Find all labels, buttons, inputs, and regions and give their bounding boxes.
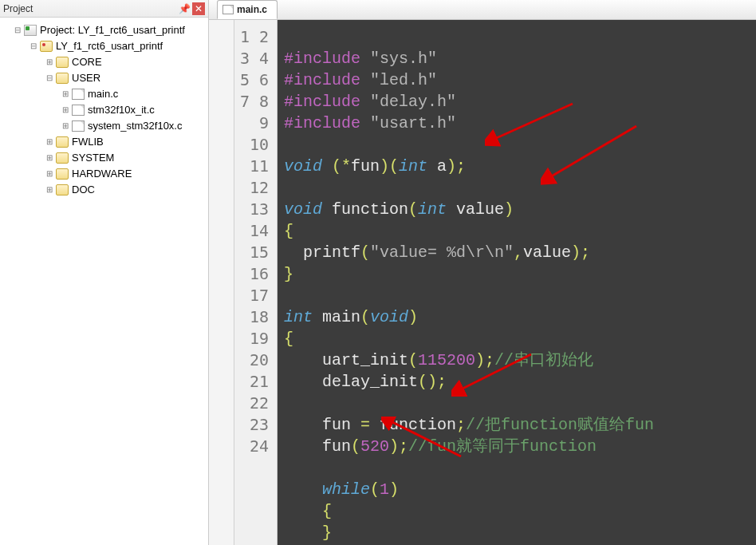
tree-file[interactable]: ⊞ stm32f10x_it.c [2, 102, 207, 118]
file-icon [72, 120, 85, 132]
panel-title: Project [3, 3, 33, 14]
tree-folder-core[interactable]: ⊞ CORE [2, 54, 207, 70]
tree-folder-system[interactable]: ⊞ SYSTEM [2, 150, 207, 166]
folder-icon [56, 57, 69, 68]
tab-main-c[interactable]: main.c [217, 0, 278, 19]
plus-icon[interactable]: ⊞ [45, 185, 54, 195]
tree-root-label: Project: LY_f1_rct6_usart_printf [40, 22, 185, 38]
annotation-arrow [485, 100, 581, 148]
tree-target-label: LY_f1_rct6_usart_printf [56, 38, 163, 54]
file-label: stm32f10x_it.c [88, 102, 155, 118]
editor-area: main.c 1 2 3 4 5 6 7 8 9 10 11 12 13 14 … [209, 0, 756, 545]
folder-icon [56, 152, 69, 164]
file-label: main.c [88, 86, 118, 102]
pin-icon[interactable]: 📌 [178, 2, 191, 15]
line-gutter: 1 2 3 4 5 6 7 8 9 10 11 12 13 14 15 16 1… [234, 20, 278, 545]
folder-label: SYSTEM [72, 150, 114, 166]
code-area: 1 2 3 4 5 6 7 8 9 10 11 12 13 14 15 16 1… [209, 20, 756, 545]
package-icon [24, 25, 37, 36]
file-label: system_stm32f10x.c [88, 118, 183, 134]
project-tree: ⊟ Project: LY_f1_rct6_usart_printf ⊟ LY_… [0, 18, 208, 203]
folder-label: DOC [72, 182, 95, 198]
folder-icon [56, 73, 69, 84]
tree-folder-fwlib[interactable]: ⊞ FWLIB [2, 134, 207, 150]
annotation-arrow [541, 122, 644, 186]
panel-header: Project 📌 ✕ [0, 0, 208, 18]
folder-label: CORE [72, 54, 102, 70]
svg-line-0 [493, 104, 573, 140]
plus-icon[interactable]: ⊞ [45, 57, 54, 67]
tree-file[interactable]: ⊞ main.c [2, 86, 207, 102]
folder-label: FWLIB [72, 134, 104, 150]
folder-icon [56, 136, 69, 148]
tree-folder-user[interactable]: ⊟ USER [2, 70, 207, 86]
folder-label: HARDWARE [72, 166, 132, 182]
plus-icon[interactable]: ⊞ [45, 153, 54, 163]
file-icon [72, 89, 85, 100]
svg-line-1 [549, 126, 636, 178]
target-icon [40, 41, 53, 52]
folder-icon [56, 184, 69, 195]
tab-bar: main.c [209, 0, 756, 20]
tree-folder-doc[interactable]: ⊞ DOC [2, 182, 207, 198]
minus-icon[interactable]: ⊟ [45, 73, 54, 83]
tree-target[interactable]: ⊟ LY_f1_rct6_usart_printf [2, 38, 207, 54]
project-panel: Project 📌 ✕ ⊟ Project: LY_f1_rct6_usart_… [0, 0, 209, 545]
folder-label: USER [72, 70, 100, 86]
plus-icon[interactable]: ⊞ [61, 105, 70, 115]
plus-icon[interactable]: ⊞ [45, 169, 54, 179]
tab-label: main.c [237, 4, 267, 15]
minus-icon[interactable]: ⊟ [29, 41, 38, 51]
minus-icon[interactable]: ⊟ [13, 26, 22, 35]
file-icon [222, 5, 234, 14]
tree-folder-hardware[interactable]: ⊞ HARDWARE [2, 166, 207, 182]
plus-icon[interactable]: ⊞ [61, 121, 70, 131]
close-icon[interactable]: ✕ [192, 2, 205, 15]
plus-icon[interactable]: ⊞ [61, 89, 70, 99]
folder-icon [56, 168, 69, 180]
tree-root[interactable]: ⊟ Project: LY_f1_rct6_usart_printf [2, 22, 207, 38]
plus-icon[interactable]: ⊞ [45, 137, 54, 147]
fold-strip [209, 20, 234, 545]
file-icon [72, 105, 85, 116]
code-editor[interactable]: #include "sys.h" #include "led.h" #inclu… [278, 20, 756, 545]
tree-file[interactable]: ⊞ system_stm32f10x.c [2, 118, 207, 134]
